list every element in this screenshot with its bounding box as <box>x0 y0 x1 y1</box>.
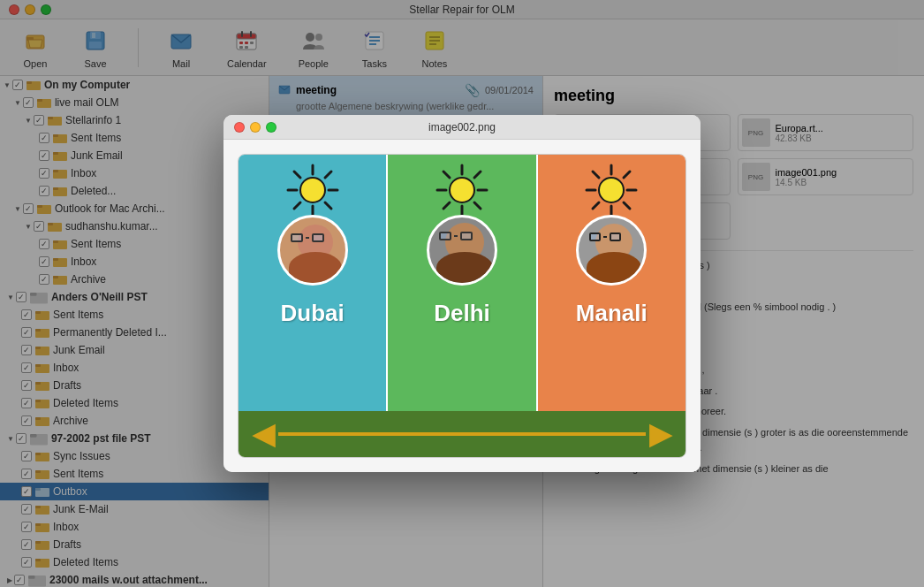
svg-point-93 <box>300 178 325 202</box>
svg-line-110 <box>593 202 599 209</box>
city-name-manali: Manali <box>576 300 648 327</box>
sun-icon-delhi <box>435 164 489 217</box>
svg-line-99 <box>474 202 481 209</box>
delhi-avatar <box>427 215 497 286</box>
city-name-dubai: Dubai <box>281 300 345 327</box>
modal-minimize-button[interactable] <box>250 122 261 133</box>
dubai-avatar <box>277 215 348 286</box>
arrow-left-icon: ◀ <box>253 420 275 448</box>
sun-icon-dubai <box>286 164 339 217</box>
svg-line-100 <box>474 172 481 178</box>
manali-avatar <box>576 215 647 286</box>
modal-maximize-button[interactable] <box>266 122 276 133</box>
modal-window-controls[interactable] <box>234 122 276 133</box>
modal-close-button[interactable] <box>234 122 245 133</box>
svg-line-91 <box>325 172 331 178</box>
svg-line-90 <box>325 202 331 209</box>
modal-overlay[interactable]: image002.png <box>0 0 924 587</box>
sun-icon-manali <box>585 164 638 217</box>
modal-title: image002.png <box>428 121 496 133</box>
arrow-line-left <box>278 432 646 436</box>
svg-point-111 <box>599 178 624 202</box>
svg-line-92 <box>294 202 300 209</box>
city-name-delhi: Delhi <box>434 300 490 327</box>
arrow-left-container: ◀ ▶ <box>253 420 671 448</box>
svg-point-102 <box>450 178 474 202</box>
svg-line-109 <box>624 172 630 178</box>
modal-content: Dubai <box>223 140 701 472</box>
arrow-bar: ◀ ▶ <box>239 411 685 457</box>
svg-line-101 <box>443 202 450 209</box>
modal-titlebar: image002.png <box>223 115 701 140</box>
svg-line-89 <box>294 172 300 178</box>
modal-window: image002.png <box>223 115 701 472</box>
svg-line-108 <box>624 202 630 209</box>
arrow-right-icon: ▶ <box>649 420 671 448</box>
svg-line-98 <box>443 172 450 178</box>
svg-line-107 <box>593 172 599 178</box>
